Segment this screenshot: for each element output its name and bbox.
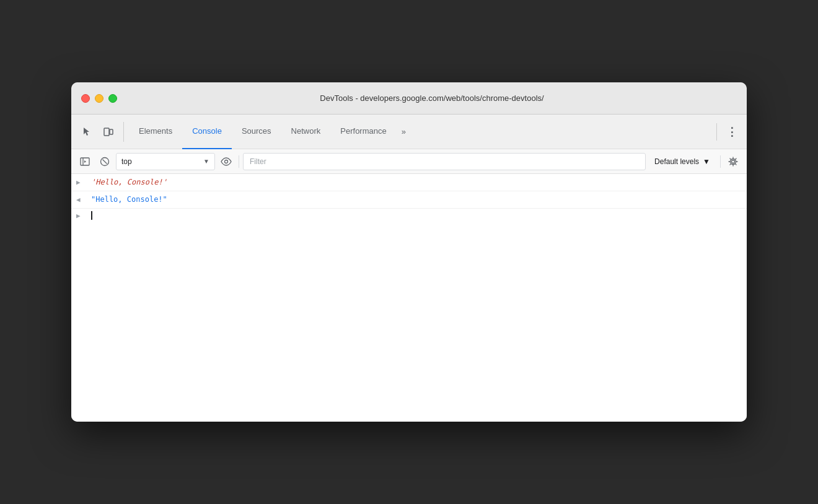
console-output-text-1: 'Hello, Console!': [91, 176, 167, 188]
cursor-blink: [91, 211, 92, 220]
output-arrow-2: ◀: [76, 194, 89, 206]
devtools-window: DevTools - developers.google.com/web/too…: [71, 82, 747, 422]
expand-arrow-1[interactable]: ▶: [76, 177, 89, 188]
tab-sources[interactable]: Sources: [232, 115, 281, 149]
devtools-tab-bar: Elements Console Sources Network Perform…: [71, 115, 747, 149]
context-selector[interactable]: top ▼: [116, 153, 215, 170]
toolbar-separator-2: [720, 155, 721, 168]
minimize-button[interactable]: [95, 94, 103, 103]
console-line-2[interactable]: ◀ "Hello, Console!": [71, 191, 747, 209]
svg-rect-1: [110, 129, 113, 134]
more-tabs-button[interactable]: »: [397, 115, 411, 149]
svg-point-8: [732, 160, 735, 163]
context-selector-arrow: ▼: [203, 158, 209, 165]
live-expression-button[interactable]: [218, 153, 235, 170]
toolbar-separator: [239, 155, 239, 168]
tabs-right: ⋮: [714, 122, 742, 142]
svg-line-6: [103, 159, 107, 163]
levels-button[interactable]: Default levels ▼: [648, 153, 716, 170]
console-line-1[interactable]: ▶ 'Hello, Console!': [71, 174, 747, 191]
tab-list: Elements Console Sources Network Perform…: [129, 115, 411, 149]
console-toolbar: top ▼ Default levels ▼: [71, 149, 747, 174]
clear-console-button[interactable]: [96, 153, 113, 170]
tab-network[interactable]: Network: [281, 115, 331, 149]
maximize-button[interactable]: [108, 94, 117, 103]
close-button[interactable]: [81, 94, 90, 103]
eye-icon: [221, 157, 232, 166]
title-bar: DevTools - developers.google.com/web/too…: [71, 82, 747, 115]
levels-arrow: ▼: [703, 157, 710, 166]
window-title: DevTools - developers.google.com/web/too…: [127, 93, 737, 103]
tab-performance[interactable]: Performance: [330, 115, 396, 149]
svg-rect-0: [104, 128, 109, 136]
settings-button[interactable]: [724, 153, 742, 170]
input-prompt-arrow: ▶: [76, 212, 89, 220]
svg-marker-4: [84, 160, 86, 163]
device-toolbar-button[interactable]: [99, 122, 118, 142]
cursor-icon: [81, 127, 91, 137]
inspect-icon-button[interactable]: [76, 122, 96, 142]
console-output: ▶ 'Hello, Console!' ◀ "Hello, Console!" …: [71, 174, 747, 422]
sidebar-button[interactable]: [76, 153, 94, 170]
toolbar-icons: [76, 122, 124, 142]
clear-icon: [100, 157, 110, 167]
sidebar-icon: [80, 157, 90, 167]
devtools-menu-button[interactable]: ⋮: [722, 122, 742, 142]
filter-input[interactable]: [243, 153, 646, 170]
svg-point-7: [225, 160, 228, 163]
console-output-text-2: "Hello, Console!": [91, 194, 167, 205]
traffic-lights: [81, 94, 117, 103]
tab-elements[interactable]: Elements: [129, 115, 182, 149]
gear-icon: [728, 157, 738, 167]
device-icon: [103, 127, 113, 137]
console-input-line[interactable]: ▶: [71, 209, 747, 222]
separator: [716, 123, 717, 141]
tab-console[interactable]: Console: [182, 115, 232, 149]
